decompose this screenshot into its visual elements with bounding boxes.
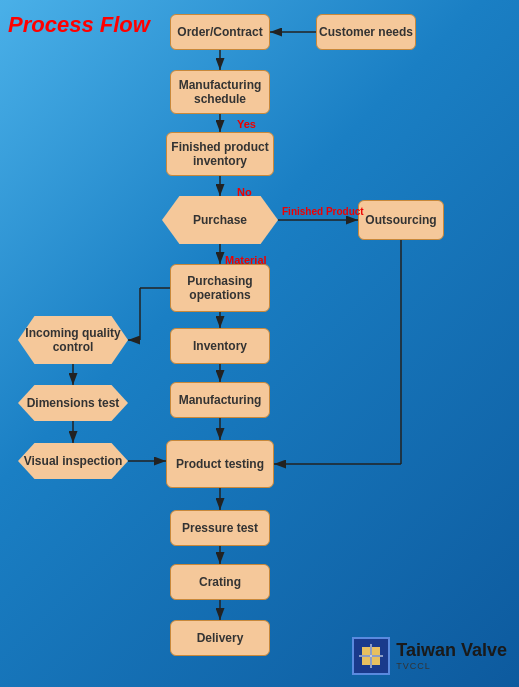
inventory-node: Inventory: [170, 328, 270, 364]
purchase-label: Purchase: [193, 213, 247, 227]
manufacturing-schedule-node: Manufacturing schedule: [170, 70, 270, 114]
visual-inspection-node: Visual inspection: [18, 443, 128, 479]
delivery-node: Delivery: [170, 620, 270, 656]
page-title: Process Flow: [8, 12, 150, 38]
customer-label: Customer needs: [319, 25, 413, 39]
dimensions-test-label: Dimensions test: [27, 396, 120, 410]
purchasing-ops-label: Purchasing operations: [171, 274, 269, 302]
manufacturing-label: Manufacturing: [179, 393, 262, 407]
logo-area: Taiwan Valve TVCCL: [352, 637, 507, 675]
manufacturing-node: Manufacturing: [170, 382, 270, 418]
inventory-label: Inventory: [193, 339, 247, 353]
no-label: No: [237, 186, 252, 198]
pressure-test-node: Pressure test: [170, 510, 270, 546]
outsourcing-node: Outsourcing: [358, 200, 444, 240]
svg-rect-26: [372, 657, 380, 665]
svg-rect-23: [362, 647, 370, 655]
logo-company-name: Taiwan Valve: [396, 641, 507, 661]
incoming-quality-node: Incoming quality control: [18, 316, 128, 364]
yes-label: Yes: [237, 118, 256, 130]
customer-needs-node: Customer needs: [316, 14, 416, 50]
finished-product-label: Finished Product: [282, 206, 364, 217]
order-label: Order/Contract: [177, 25, 262, 39]
outsourcing-label: Outsourcing: [365, 213, 436, 227]
svg-rect-25: [362, 657, 370, 665]
purchase-node: Purchase: [162, 196, 278, 244]
logo-abbr: TVCCL: [396, 661, 431, 671]
manufacturing-schedule-label: Manufacturing schedule: [171, 78, 269, 106]
product-testing-label: Product testing: [176, 457, 264, 471]
order-node: Order/Contract: [170, 14, 270, 50]
dimensions-test-node: Dimensions test: [18, 385, 128, 421]
svg-rect-24: [372, 647, 380, 655]
finished-inventory-label: Finished product inventory: [167, 140, 273, 168]
finished-product-inventory-node: Finished product inventory: [166, 132, 274, 176]
material-label: Material: [225, 254, 267, 266]
pressure-test-label: Pressure test: [182, 521, 258, 535]
visual-inspection-label: Visual inspection: [24, 454, 122, 468]
crating-node: Crating: [170, 564, 270, 600]
product-testing-node: Product testing: [166, 440, 274, 488]
logo-icon: [352, 637, 390, 675]
crating-label: Crating: [199, 575, 241, 589]
incoming-quality-label: Incoming quality control: [18, 326, 128, 354]
delivery-label: Delivery: [197, 631, 244, 645]
purchasing-operations-node: Purchasing operations: [170, 264, 270, 312]
